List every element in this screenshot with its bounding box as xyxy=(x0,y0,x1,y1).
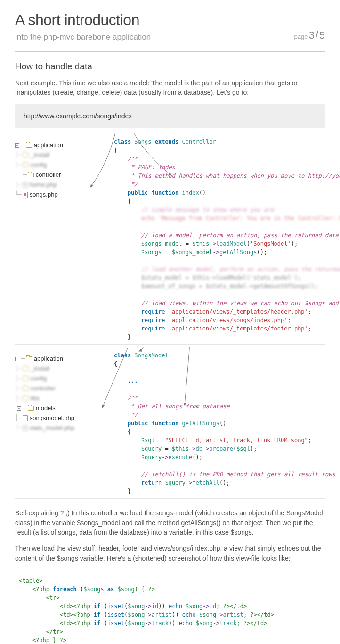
folder-icon xyxy=(23,366,29,371)
tree-folder-controller: controller xyxy=(36,171,61,179)
page-indicator: page 3 / 5 xyxy=(294,28,325,43)
code-controller: class Songs extends Controller { /** * P… xyxy=(114,138,340,341)
folder-icon xyxy=(26,356,32,361)
tree-toggle-icon: − xyxy=(15,143,19,148)
diagram-controller: −─ application ├─ _install ├─ config −─ … xyxy=(15,133,325,345)
tree-folder-application: application xyxy=(34,141,63,149)
tree-folder-application: application xyxy=(34,355,63,363)
folder-icon xyxy=(28,173,34,177)
file-icon xyxy=(23,415,28,421)
file-icon xyxy=(23,425,28,431)
folder-icon xyxy=(23,376,29,381)
file-tree-model: −─ application ├─ _install ├─ config ├─ … xyxy=(15,351,100,433)
code-view-template: <table> <?php foreach ($songs as $song) … xyxy=(15,570,325,644)
file-icon xyxy=(23,192,28,198)
folder-icon xyxy=(23,386,29,391)
page-label: page xyxy=(294,33,308,41)
folder-icon xyxy=(23,396,29,401)
folder-icon xyxy=(26,143,32,148)
page-header: A short introduction into the php-mvc ba… xyxy=(15,9,325,43)
page-title: A short introduction xyxy=(15,9,151,31)
folder-icon xyxy=(23,163,29,167)
paragraph-view: Then we load the view stuff: header, foo… xyxy=(15,544,325,563)
paragraph-explain: Self-explaining ? ;) In this controller … xyxy=(15,508,325,537)
folder-icon xyxy=(23,153,29,157)
section-title: How to handle data xyxy=(15,60,325,73)
code-model: class SongsModel { ... /** * Get all son… xyxy=(114,351,335,495)
page-total: 5 xyxy=(319,28,325,43)
page-sep: / xyxy=(316,28,318,43)
diagram-model: −─ application ├─ _install ├─ config ├─ … xyxy=(15,347,325,499)
folder-icon xyxy=(28,406,34,411)
file-icon xyxy=(23,182,28,188)
tree-file-songs: songs.php xyxy=(30,190,58,199)
tree-toggle-icon: − xyxy=(17,406,21,411)
tree-toggle-icon: − xyxy=(17,173,21,177)
tree-toggle-icon: − xyxy=(15,357,19,361)
intro-text: Next example. This time we also use a mo… xyxy=(15,78,325,98)
page-subtitle: into the php-mvc barebone application xyxy=(15,32,151,43)
file-tree-controller: −─ application ├─ _install ├─ config −─ … xyxy=(15,138,100,200)
divider xyxy=(15,51,325,52)
url-box: http://www.example.com/songs/index xyxy=(15,104,325,129)
tree-folder-models: models xyxy=(36,404,56,413)
page-current: 3 xyxy=(308,28,314,43)
tree-file-songsmodel: songsmodel.php xyxy=(30,414,74,422)
